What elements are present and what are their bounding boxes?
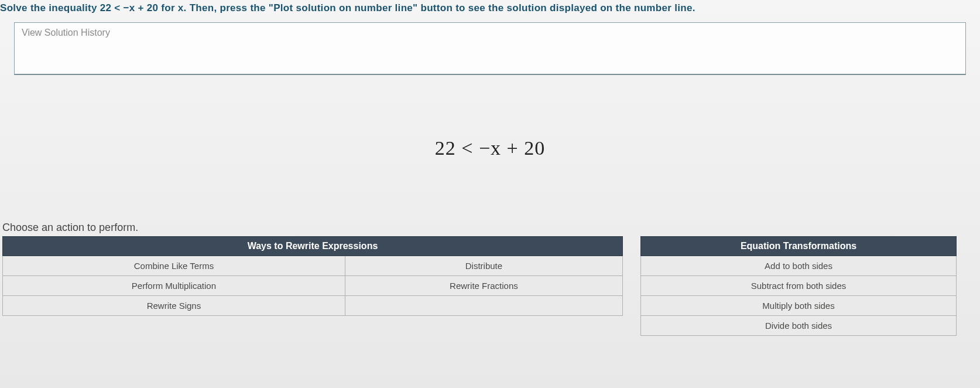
rewrite-signs-button[interactable]: Rewrite Signs <box>3 296 345 316</box>
view-solution-history-label[interactable]: View Solution History <box>22 28 958 38</box>
instruction-pre: Solve the inequality <box>0 2 100 13</box>
action-prompt: Choose an action to perform. <box>2 222 980 234</box>
instruction-mid: for <box>158 2 178 13</box>
rewrite-expressions-table: Ways to Rewrite Expressions Combine Like… <box>2 236 623 316</box>
current-equation: 22 < −x + 20 <box>435 137 546 159</box>
rewrite-fractions-button[interactable]: Rewrite Fractions <box>345 276 622 296</box>
instruction-var: x <box>178 2 184 13</box>
equation-transformations-table: Equation Transformations Add to both sid… <box>640 236 957 336</box>
add-both-sides-button[interactable]: Add to both sides <box>641 256 957 276</box>
rewrite-empty-cell <box>345 296 622 316</box>
divide-both-sides-button[interactable]: Divide both sides <box>641 316 957 336</box>
instruction-text: Solve the inequality 22 < −x + 20 for x.… <box>0 0 980 19</box>
instruction-post: . Then, press the "Plot solution on numb… <box>184 2 695 13</box>
distribute-button[interactable]: Distribute <box>345 256 622 276</box>
rewrite-header: Ways to Rewrite Expressions <box>3 237 623 256</box>
multiply-both-sides-button[interactable]: Multiply both sides <box>641 296 957 316</box>
transform-header: Equation Transformations <box>641 237 957 256</box>
equation-area: 22 < −x + 20 <box>0 75 980 222</box>
combine-like-terms-button[interactable]: Combine Like Terms <box>3 256 345 276</box>
subtract-both-sides-button[interactable]: Subtract from both sides <box>641 276 957 296</box>
solution-history-box[interactable]: View Solution History <box>14 22 966 75</box>
action-tables-row: Ways to Rewrite Expressions Combine Like… <box>0 236 980 336</box>
instruction-expr: 22 < −x + 20 <box>100 2 159 13</box>
perform-multiplication-button[interactable]: Perform Multiplication <box>3 276 345 296</box>
